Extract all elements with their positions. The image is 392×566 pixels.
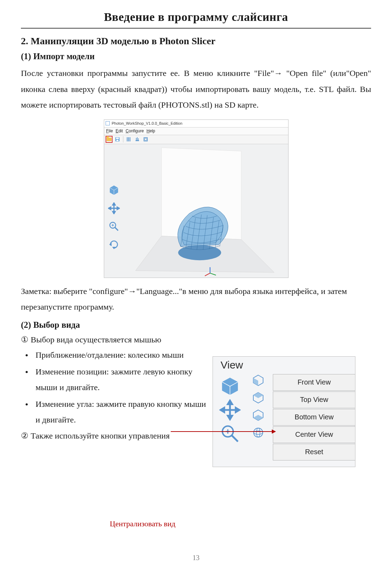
list-lead-1: ① Выбор вида осуществляется мышью [21,335,371,344]
view-panel-buttons: Front View Top View Bottom View Center V… [273,374,355,461]
zoom-in-icon[interactable] [219,423,241,444]
cube-icon[interactable] [219,375,241,397]
view-panel-screenshot: View Front View Top V [213,356,355,467]
view-panel-heading: View [213,357,355,373]
support-button[interactable] [134,136,141,143]
mouse-controls-list: Приближение/отдаление: колесико мыши Изм… [21,347,209,427]
sphere-icon[interactable] [252,426,264,439]
viewport-3d[interactable] [104,144,288,278]
view-panel-mid-icons [248,374,269,439]
reset-view-button[interactable]: Reset [273,444,355,460]
subsection-heading-1: (1) Импорт модели [21,52,371,61]
cube-icon[interactable] [108,184,120,196]
callout-arrow [171,431,275,432]
center-view-button[interactable]: Center View [273,426,355,443]
bullet-zoom: Приближение/отдаление: колесико мыши [21,347,209,363]
app-window-titlebar: Photon_WorkShop_V1.0.0_Basic_Edition [104,120,288,127]
svg-marker-11 [145,138,147,140]
svg-marker-24 [108,207,110,209]
list-lead-2: ② Также используйте кнопки управления [21,431,209,441]
menu-edit[interactable]: Edit [116,129,123,133]
svg-rect-6 [136,140,139,141]
app-icon [106,121,110,125]
app-toolbar [104,135,288,144]
hollow-button[interactable] [142,136,149,143]
svg-point-52 [256,428,260,437]
svg-marker-47 [253,393,263,398]
cube-front-icon[interactable] [252,374,264,387]
support-icon [134,137,140,142]
import-body-text: После установки программы запустите ее. … [21,65,371,113]
page-title: Введение в программу слайсинга [21,10,371,29]
svg-line-41 [232,435,238,442]
rotate-icon[interactable] [108,239,120,250]
move-arrows-icon[interactable] [108,202,120,214]
svg-rect-2 [116,140,118,141]
move-arrows-icon[interactable] [219,399,241,421]
svg-marker-39 [236,408,239,412]
page-number: 13 [193,554,200,562]
bullet-pan: Изменение позиции: зажмите левую кнопку … [21,364,209,395]
app-menu-bar: FFileile Edit Configure Help [104,127,288,135]
svg-line-15 [210,273,216,275]
subsection-heading-2: (2) Выбор вида [21,320,371,330]
svg-marker-38 [221,408,224,412]
menu-configure[interactable]: Configure [126,129,144,133]
cube-top-icon[interactable] [252,391,264,404]
slice-icon [126,137,132,142]
front-view-button[interactable]: Front View [273,374,355,391]
callout-label: Централизовать вид [110,519,175,528]
dig-icon [143,137,148,142]
open-folder-icon [107,138,112,141]
cube-bottom-icon[interactable] [252,409,264,421]
svg-rect-1 [116,138,119,139]
bottom-view-button[interactable]: Bottom View [273,409,355,426]
menu-help[interactable]: Help [147,129,155,133]
zoom-in-icon[interactable] [108,220,120,232]
svg-marker-49 [253,415,263,420]
section-heading-2: 2. Манипуляции 3D моделью в Photon Slice… [21,36,371,47]
svg-line-27 [115,227,118,230]
top-view-button[interactable]: Top View [273,391,355,408]
view-panel-left-tools [214,373,246,444]
photon-workshop-screenshot: Photon_WorkShop_V1.0.0_Basic_Edition FFi… [104,119,289,278]
svg-marker-22 [113,203,115,205]
save-icon [115,137,120,142]
save-button[interactable] [114,136,121,143]
buildplate-scene [104,144,288,278]
language-note: Заметка: выберите "configure"→"Language.… [21,284,371,315]
app-window-title: Photon_WorkShop_V1.0.0_Basic_Edition [112,121,183,125]
slice-button[interactable] [125,136,132,143]
left-tool-palette [107,184,121,250]
svg-marker-36 [228,401,232,404]
toolbar-divider [123,136,123,142]
svg-point-50 [254,428,263,437]
svg-marker-37 [228,416,232,419]
svg-line-16 [205,273,210,276]
bullet-rotate: Изменение угла: зажмите правую кнопку мы… [21,396,209,427]
svg-marker-23 [113,211,115,214]
menu-file[interactable]: FFileile [106,129,113,133]
open-file-button[interactable] [106,136,113,143]
svg-marker-25 [117,207,119,209]
